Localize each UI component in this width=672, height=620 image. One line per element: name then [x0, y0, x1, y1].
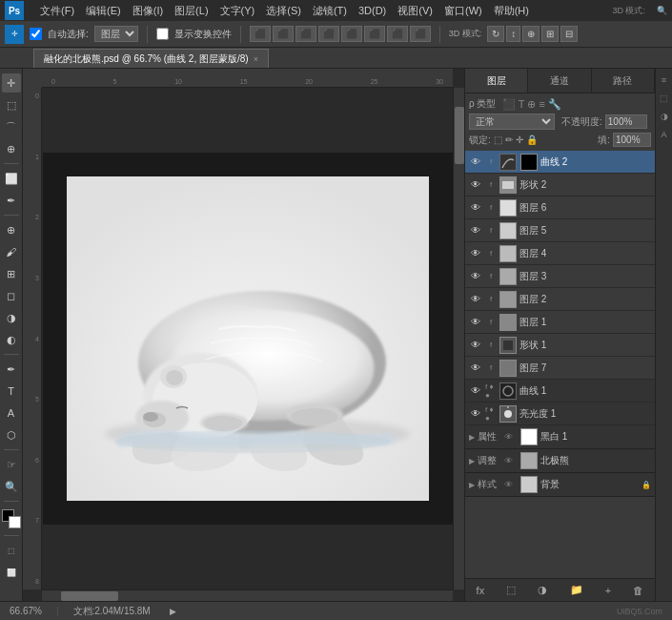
layer-item-curve1[interactable]: 👁 f ♦ ● 曲线 1: [465, 380, 655, 403]
document-tab[interactable]: 融化的北极熊.psd @ 66.7% (曲线 2, 图层蒙版/8) ×: [33, 49, 269, 68]
layer-eye-4[interactable]: 👁: [469, 247, 482, 260]
eraser-tool[interactable]: ◻: [2, 286, 21, 305]
layer-eye-6[interactable]: 👁: [469, 201, 482, 215]
layer-adj-btn[interactable]: ◑: [534, 582, 551, 598]
tab-close-btn[interactable]: ×: [254, 54, 258, 64]
layer-group-btn[interactable]: 📁: [566, 582, 587, 598]
status-arrow[interactable]: ▶: [170, 607, 176, 616]
eyedropper-tool[interactable]: ✒: [2, 191, 21, 210]
lock-position-icon[interactable]: ✛: [516, 134, 523, 145]
opacity-input[interactable]: [605, 114, 647, 129]
crop-tool[interactable]: ⬜: [2, 169, 21, 188]
blend-mode-select[interactable]: 正常: [469, 114, 555, 130]
layer-item-1[interactable]: 👁 f 图层 1: [465, 311, 655, 334]
menu-file[interactable]: 文件(F): [40, 4, 74, 18]
align-bottom-btn[interactable]: ⬛: [364, 26, 385, 42]
mini-icon-1[interactable]: ≡: [658, 73, 671, 87]
mini-icon-2[interactable]: ⬚: [658, 92, 671, 105]
layer-item-brightness[interactable]: 👁 f ♦ ● 亮光度 1: [465, 403, 655, 425]
scrollbar-v-thumb[interactable]: [455, 107, 464, 164]
layer-item-shape2[interactable]: 👁 f 形状 2: [465, 174, 655, 196]
gradient-tool[interactable]: ◑: [2, 308, 21, 327]
layer-item-5[interactable]: 👁 f 图层 5: [465, 219, 655, 242]
tab-paths[interactable]: 路径: [592, 69, 655, 93]
layer-item-2[interactable]: 👁 f 图层 2: [465, 288, 655, 311]
mini-icon-4[interactable]: A: [658, 128, 671, 141]
clone-tool[interactable]: ⊞: [2, 264, 21, 283]
menu-layer[interactable]: 图层(L): [174, 4, 208, 18]
3d-btn-2[interactable]: ↕: [506, 26, 520, 42]
lock-all-icon[interactable]: 🔒: [526, 134, 538, 145]
canvas-document[interactable]: [67, 176, 429, 501]
tab-channels[interactable]: 通道: [528, 69, 591, 93]
align-center-btn[interactable]: ⬛: [273, 26, 294, 42]
menu-text[interactable]: 文字(Y): [220, 4, 255, 18]
layer-item-3[interactable]: 👁 f 图层 3: [465, 265, 655, 288]
layer-eye-shape2[interactable]: 👁: [469, 178, 482, 192]
section-adjust[interactable]: ▶ 调整 👁 北极熊: [465, 449, 655, 473]
section-style[interactable]: ▶ 样式 👁 背景 🔒: [465, 473, 655, 497]
lock-paint-icon[interactable]: ✏: [505, 134, 513, 145]
screen-mode-btn[interactable]: ⬜: [2, 563, 21, 582]
layer-item-6[interactable]: 👁 f 图层 6: [465, 196, 655, 219]
auto-select-dropdown[interactable]: 图层: [94, 26, 138, 42]
layer-eye-curve1[interactable]: 👁: [469, 384, 482, 398]
align-left-btn[interactable]: ⬛: [250, 26, 271, 42]
auto-select-checkbox[interactable]: [30, 28, 42, 40]
layer-delete-btn[interactable]: 🗑: [629, 583, 647, 598]
3d-btn-1[interactable]: ↻: [487, 26, 504, 42]
menu-edit[interactable]: 编辑(E): [86, 4, 121, 18]
menu-view[interactable]: 视图(V): [397, 4, 433, 18]
canvas-wrapper[interactable]: [42, 88, 453, 589]
align-middle-btn[interactable]: ⬛: [341, 26, 362, 42]
layer-item-shape1[interactable]: 👁 f 形状 1: [465, 334, 655, 357]
fill-input[interactable]: [613, 133, 651, 147]
heal-tool[interactable]: ⊕: [2, 220, 21, 239]
shape-tool[interactable]: ⬡: [2, 425, 21, 444]
background-color[interactable]: [9, 516, 21, 528]
menu-3d[interactable]: 3D(D): [358, 5, 386, 16]
menu-image[interactable]: 图像(I): [132, 4, 163, 18]
path-select-tool[interactable]: A: [2, 403, 21, 423]
layer-eye-7[interactable]: 👁: [469, 362, 482, 375]
menu-select[interactable]: 选择(S): [266, 4, 301, 18]
section-properties[interactable]: ▶ 属性 👁 黑白 1: [465, 425, 655, 449]
layer-eye-2[interactable]: 👁: [469, 293, 482, 306]
layer-eye-shape1[interactable]: 👁: [469, 339, 482, 352]
dodge-tool[interactable]: ◐: [2, 330, 21, 349]
layer-mask-btn[interactable]: ⬚: [502, 582, 519, 598]
mini-icon-3[interactable]: ◑: [658, 110, 671, 123]
menu-window[interactable]: 窗口(W): [444, 4, 482, 18]
3d-btn-4[interactable]: ⊞: [541, 26, 559, 42]
show-transform-checkbox[interactable]: [156, 28, 169, 40]
layer-item-7[interactable]: 👁 f 图层 7: [465, 357, 655, 380]
color-swatches[interactable]: [2, 509, 21, 528]
scrollbar-h-thumb[interactable]: [61, 591, 118, 601]
menu-filter[interactable]: 滤镜(T): [313, 4, 347, 18]
layer-eye-3[interactable]: 👁: [469, 270, 482, 283]
layer-item-curve2[interactable]: 👁 f 曲线 2: [465, 151, 655, 174]
layer-eye-5[interactable]: 👁: [469, 224, 482, 238]
distribute-h-btn[interactable]: ⬛: [387, 26, 408, 42]
pen-tool[interactable]: ✒: [2, 360, 21, 379]
layer-fx-btn[interactable]: fx: [473, 583, 489, 598]
menu-help[interactable]: 帮助(H): [494, 4, 529, 18]
quick-mask-btn[interactable]: ⬚: [2, 541, 21, 560]
tab-layers[interactable]: 图层: [465, 69, 528, 93]
lasso-tool[interactable]: ⌒: [2, 117, 21, 136]
brush-tool[interactable]: 🖌: [2, 242, 21, 261]
align-right-btn[interactable]: ⬛: [295, 26, 316, 42]
layer-eye-curve2[interactable]: 👁: [469, 155, 482, 169]
layer-eye-bg[interactable]: 👁: [504, 480, 513, 489]
scrollbar-vertical[interactable]: [453, 88, 464, 589]
layer-item-4[interactable]: 👁 f 图层 4: [465, 242, 655, 265]
layer-eye-bw[interactable]: 👁: [504, 432, 513, 442]
distribute-v-btn[interactable]: ⬛: [410, 26, 431, 42]
selection-tool[interactable]: ⬚: [2, 95, 21, 114]
quick-select-tool[interactable]: ⊕: [2, 139, 21, 158]
layer-new-btn[interactable]: +: [601, 583, 615, 598]
scrollbar-horizontal[interactable]: [42, 589, 453, 601]
text-tool[interactable]: T: [2, 382, 21, 401]
3d-btn-5[interactable]: ⊟: [560, 26, 578, 42]
layer-eye-1[interactable]: 👁: [469, 316, 482, 329]
